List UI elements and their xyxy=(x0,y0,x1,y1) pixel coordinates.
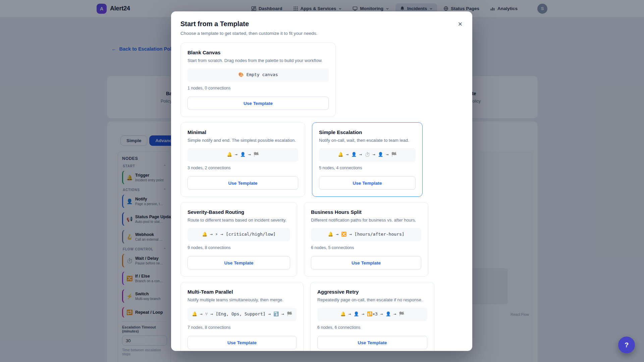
template-card[interactable]: Simple Escalation Notify on-call, wait, … xyxy=(312,122,423,197)
template-card[interactable]: Aggressive Retry Repeatedly page on-call… xyxy=(310,282,434,351)
use-template-button[interactable]: Use Template xyxy=(319,176,416,190)
modal-title: Start from a Template xyxy=(180,20,463,28)
template-name: Blank Canvas xyxy=(187,50,329,55)
use-template-button[interactable]: Use Template xyxy=(187,256,290,269)
template-description: Route to different teams based on incide… xyxy=(187,218,290,223)
template-flow-preview: 🔔 → ⚡ → [critical/high/low] xyxy=(187,228,290,241)
template-flow-preview: 🔔 → 👤 → ⏱️ → 👤 → 🏁 xyxy=(319,148,416,162)
start-from-template-modal: Start from a Template Choose a template … xyxy=(171,11,472,351)
template-name: Severity-Based Routing xyxy=(187,209,290,215)
template-card[interactable]: Blank Canvas Start from scratch. Drag no… xyxy=(180,43,336,117)
use-template-button[interactable]: Use Template xyxy=(311,256,421,269)
template-meta: 7 nodes, 8 connections xyxy=(187,325,297,330)
template-meta: 9 nodes, 8 connections xyxy=(187,245,290,250)
template-meta: 6 nodes, 6 connections xyxy=(317,325,427,330)
template-name: Aggressive Retry xyxy=(317,289,427,295)
template-flow-preview: 🔔 → 👤 → 🏁 xyxy=(187,148,298,162)
template-meta: 5 nodes, 4 connections xyxy=(319,166,416,170)
template-description: Notify on-call, wait, then escalate to t… xyxy=(319,138,416,143)
use-template-button[interactable]: Use Template xyxy=(317,336,427,349)
template-cards: Blank Canvas Start from scratch. Drag no… xyxy=(171,36,472,351)
close-icon[interactable]: × xyxy=(455,19,466,29)
template-card[interactable]: Multi-Team Parallel Notify multiple team… xyxy=(180,282,304,351)
modal-subtitle: Choose a template to get started, then c… xyxy=(180,31,463,36)
template-description: Start from scratch. Drag nodes from the … xyxy=(187,58,329,63)
template-card[interactable]: Severity-Based Routing Route to differen… xyxy=(180,202,297,277)
template-name: Business Hours Split xyxy=(311,209,421,215)
template-card[interactable]: Business Hours Split Different notificat… xyxy=(304,202,428,277)
help-button[interactable]: ? xyxy=(618,337,635,353)
template-description: Different notification paths for busines… xyxy=(311,218,421,223)
template-meta: 1 nodes, 0 connections xyxy=(187,86,329,90)
template-name: Simple Escalation xyxy=(319,129,416,135)
template-description: Repeatedly page on-call, then escalate i… xyxy=(317,297,427,302)
template-flow-preview: 🔔 → 🔀 → [hours/after-hours] xyxy=(311,228,421,241)
template-description: Notify multiple teams simultaneously, th… xyxy=(187,297,297,302)
template-card[interactable]: Minimal Simple notify and end. The simpl… xyxy=(180,122,305,197)
use-template-button[interactable]: Use Template xyxy=(187,97,329,110)
template-name: Minimal xyxy=(187,129,298,135)
template-flow-preview: 🎨 Empty canvas xyxy=(187,68,329,82)
use-template-button[interactable]: Use Template xyxy=(187,336,297,349)
template-description: Simple notify and end. The simplest poss… xyxy=(187,138,298,143)
template-name: Multi-Team Parallel xyxy=(187,289,297,295)
template-flow-preview: 🔔 → 👤 → 🔁×3 → 👤 → 🏁 xyxy=(317,308,427,321)
template-flow-preview: 🔔 → ⑂ → [Eng, Ops, Support] → ⤵️ → 🏁 xyxy=(187,308,297,321)
template-meta: 3 nodes, 2 connections xyxy=(187,166,298,170)
use-template-button[interactable]: Use Template xyxy=(187,176,298,190)
template-meta: 6 nodes, 5 connections xyxy=(311,245,421,250)
